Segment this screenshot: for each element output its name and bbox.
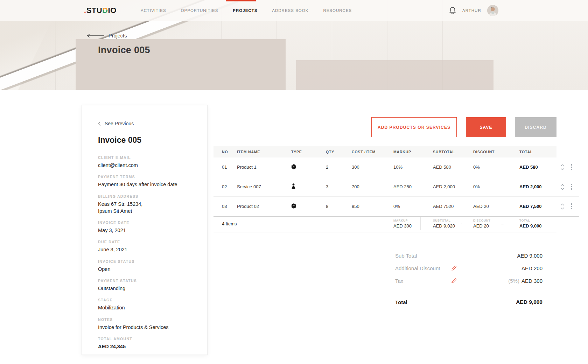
cell-subtotal: AED 7520 [433,204,473,209]
save-button[interactable]: SAVE [466,117,506,137]
items-table-footer: 4 Items MARKUP AED 300 SUBTOTAL AED 9,02… [214,215,556,232]
reorder-handle-icon[interactable] [560,164,565,171]
items-table-header: NO ITEM NAME TYPE QTY COST /ITEM MARKUP … [214,146,556,158]
cell-qty: 3 [326,184,352,189]
field-invoice-date: INVOICE DATE May 3, 2021 [98,220,197,234]
cell-qty: 8 [326,204,352,209]
field-value: June 3, 2021 [98,246,197,253]
discount-value: AED 200 [522,265,542,271]
cell-markup: 0% [393,204,433,209]
footer-subtotal: SUBTOTAL AED 9,020 [433,219,473,229]
summary-subtotal-row: Sub Total AED 9,000 [395,249,542,262]
see-previous-link[interactable]: See Previous [98,121,197,126]
table-row-1[interactable]: 01 Product 1 2 300 10% AED 580 0% AED 58… [214,158,579,177]
long-left-arrow-icon [86,34,104,38]
field-invoice-status: INVOICE STATUS Open [98,259,197,273]
field-label: PAYMENT STATUS [98,279,197,283]
items-count: 4 Items [214,221,393,226]
cell-discount: 0% [473,164,519,170]
logo-letter-d: D [102,6,108,15]
invoice-detail-card: See Previous Invoice 005 CLIENT E-MAIL c… [82,105,208,355]
field-payment-status: PAYMENT STATUS Outstanding [98,279,197,292]
field-billing-address: BILLING ADDRESS Keas 67 Str. 15234,Ipsum… [98,194,197,215]
field-total-amount: TOTAL AMOUNT AED 24,345 [98,337,197,350]
cell-item-name: Product 1 [237,164,291,170]
cell-no: 03 [214,204,237,209]
row-controls [556,203,579,210]
field-client-email: CLIENT E-MAIL client@client.com [98,155,197,169]
row-controls [556,164,579,171]
row-menu-kebab-icon[interactable] [571,203,572,209]
footer-total: TOTAL AED 9,000 [519,219,556,229]
cell-item-name: Product 02 [237,204,291,209]
tax-rate: (5%) [508,278,519,284]
table-row-3[interactable]: 03 Product 02 8 950 0% AED 7520 AED 20 A… [214,197,579,217]
field-label: BILLING ADDRESS [98,194,197,198]
tax-value: (5%)AED 300 [508,278,542,284]
reorder-handle-icon[interactable] [560,203,565,210]
col-header-markup: MARKUP [393,150,433,154]
field-payment-terms: PAYMENT TERMS Payment 30 days after invo… [98,175,197,188]
row-menu-kebab-icon[interactable] [571,184,572,190]
grand-total-label: Total [395,299,407,305]
nav-item-activities[interactable]: ACTIVITIES [141,8,166,13]
nav-item-projects[interactable]: PROJECTS [233,8,257,13]
field-label: STAGE [98,298,197,302]
user-name[interactable]: ARTHUR [462,8,481,13]
cell-discount: 0% [473,184,519,189]
edit-tax-pencil-icon[interactable] [451,278,457,285]
items-table-body: 01 Product 1 2 300 10% AED 580 0% AED 58… [214,158,579,217]
table-row-2[interactable]: 02 Service 007 3 700 AED 250 AED 2,000 0… [214,177,579,197]
main-nav: ACTIVITIES OPPORTUNITIES PROJECTS ADDRES… [141,0,352,21]
cell-total: AED 2,000 [519,184,556,189]
see-previous-label: See Previous [105,121,134,126]
col-header-no: NO [214,150,237,154]
field-value: Open [98,266,197,273]
add-products-or-services-button[interactable]: ADD PRODUCTS OR SERVICES [371,117,457,137]
cell-cost: 700 [352,184,393,189]
cell-no: 02 [214,184,237,189]
invoice-fields: CLIENT E-MAIL client@client.com PAYMENT … [98,155,197,350]
field-value: Mobilization [98,304,197,311]
cube-icon [291,164,326,171]
row-menu-kebab-icon[interactable] [571,164,572,170]
cell-total: AED 580 [519,164,556,170]
field-notes: NOTES Invoice for Products & Services [98,317,197,331]
field-label: DUE DATE [98,240,197,244]
field-value: May 3, 2021 [98,227,197,234]
field-label: INVOICE STATUS [98,259,197,264]
breadcrumb-back-projects[interactable]: Projects [86,33,127,38]
notifications-bell-icon[interactable] [449,6,456,15]
col-header-subtotal: SUBTOTAL [433,150,473,154]
nav-item-address-book[interactable]: ADDRESS BOOK [272,8,308,13]
summary-divider [395,292,542,292]
title-band-secondary [296,60,493,90]
field-value: Invoice for Products & Services [98,324,197,331]
cell-cost: 300 [352,164,393,170]
cube-icon [291,203,326,210]
studio-logo[interactable]: .STUDIO [84,0,117,21]
col-header-type: TYPE [291,150,326,154]
logo-dot: . [84,6,86,15]
field-due-date: DUE DATE June 3, 2021 [98,240,197,253]
summary-total-row: Total AED 9,000 [395,296,542,308]
invoice-summary: Sub Total AED 9,000 Additional Discount … [395,249,542,308]
nav-item-opportunities[interactable]: OPPORTUNITIES [181,8,218,13]
chevron-left-icon [98,121,101,126]
cell-cost: 950 [352,204,393,209]
cell-markup: AED 250 [393,184,433,189]
invoice-card-title: Invoice 005 [98,135,197,145]
grand-total-value: AED 9,000 [516,299,542,305]
field-label: NOTES [98,317,197,322]
logo-text-pre: STU [86,6,103,15]
nav-item-resources[interactable]: RESOURCES [323,8,352,13]
footer-markup: MARKUP AED 300 [393,219,433,229]
field-label: INVOICE DATE [98,220,197,225]
reorder-handle-icon[interactable] [560,183,565,190]
row-controls [556,183,579,190]
user-avatar[interactable] [487,5,498,16]
field-value: client@client.com [98,162,197,169]
summary-tax-row: Tax (5%)AED 300 [395,274,542,287]
discard-button[interactable]: DISCARD [515,117,556,137]
edit-discount-pencil-icon[interactable] [451,265,457,273]
